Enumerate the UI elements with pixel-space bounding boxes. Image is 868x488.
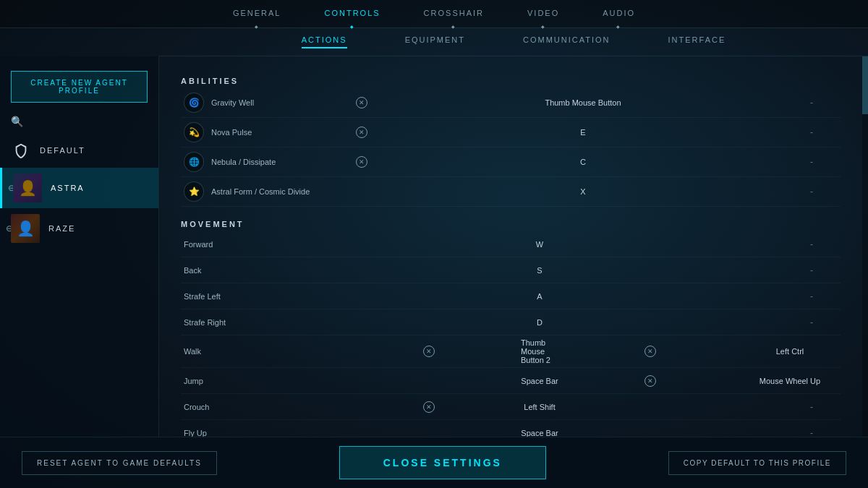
back-key2[interactable]: - [783, 262, 841, 278]
nav-general[interactable]: GENERAL [233, 9, 281, 22]
astra-profile-name: ASTRA [51, 184, 85, 192]
gravity-well-key1[interactable]: Thumb Mouse Button [383, 95, 783, 110]
nova-pulse-clear[interactable]: ✕ [340, 124, 383, 141]
nebula-name: 🌐 Nebula / Dissipate [181, 147, 340, 176]
movement-row-crouch: Crouch ✕ Left Shift - [181, 394, 841, 420]
astral-form-icon: ⭐ [184, 181, 204, 202]
ability-row-nebula: 🌐 Nebula / Dissipate ✕ C - [181, 147, 841, 177]
profile-item-raze[interactable]: ⊖ 👤 RAZE [0, 208, 158, 249]
clear-walk1-icon[interactable]: ✕ [423, 346, 435, 357]
crouch-name: Crouch [181, 398, 340, 416]
search-area[interactable]: 🔍 [0, 110, 158, 133]
strafe-right-name: Strafe Right [181, 314, 340, 331]
movement-row-walk: Walk ✕ Thumb Mouse Button 2 ✕ Left Ctrl [181, 335, 841, 368]
main-content: ABILITIES 🌀 Gravity Well ✕ Thumb Mouse B… [159, 56, 862, 437]
clear-crouch-icon[interactable]: ✕ [423, 401, 435, 413]
nova-pulse-key2[interactable]: - [783, 124, 841, 140]
astral-spacer [340, 189, 383, 194]
nebula-key1[interactable]: C [383, 155, 783, 169]
subnav-communication[interactable]: COMMUNICATION [523, 35, 610, 48]
crouch-key2[interactable]: - [783, 399, 841, 415]
subnav-equipment[interactable]: EQUIPMENT [405, 35, 465, 48]
crouch-key1[interactable]: Left Shift [518, 400, 561, 414]
close-settings-button[interactable]: CLOSE SETTINGS [339, 446, 546, 479]
jump-spacer [340, 378, 518, 384]
search-icon: 🔍 [11, 116, 23, 127]
fly-up-spacer2 [561, 430, 739, 436]
gravity-well-clear1[interactable]: ✕ [340, 94, 383, 111]
scrollbar-thumb[interactable] [862, 56, 868, 114]
forward-spacer1 [340, 241, 518, 247]
clear-nebula-icon[interactable]: ✕ [356, 156, 367, 168]
profile-list: DEFAULT ⊖ 👤 ASTRA ⊖ 👤 RAZE [0, 133, 158, 437]
astral-form-key2[interactable]: - [783, 184, 841, 200]
nav-audio[interactable]: AUDIO [603, 9, 635, 22]
jump-key2[interactable]: Mouse Wheel Up [739, 374, 841, 388]
walk-clear1[interactable]: ✕ [340, 343, 518, 360]
nova-pulse-name: 💫 Nova Pulse [181, 118, 340, 147]
forward-key2[interactable]: - [783, 236, 841, 252]
nebula-key2[interactable]: - [783, 154, 841, 170]
back-key1[interactable]: S [518, 263, 561, 278]
crouch-spacer [561, 404, 739, 410]
reset-agent-button[interactable]: RESET AGENT TO GAME DEFAULTS [22, 451, 217, 475]
profile-item-astra[interactable]: ⊖ 👤 ASTRA [0, 168, 158, 208]
nova-pulse-icon: 💫 [184, 122, 204, 142]
nav-controls[interactable]: CONTROLS [324, 9, 380, 22]
clear-gravity-well-icon[interactable]: ✕ [356, 97, 367, 108]
nebula-clear[interactable]: ✕ [340, 153, 383, 171]
walk-key1[interactable]: Thumb Mouse Button 2 [518, 335, 561, 367]
ability-row-nova-pulse: 💫 Nova Pulse ✕ E - [181, 118, 841, 147]
strafe-right-key2[interactable]: - [783, 314, 841, 330]
scrollbar-track[interactable] [862, 56, 868, 437]
profile-item-default[interactable]: DEFAULT [0, 133, 158, 168]
crouch-clear1[interactable]: ✕ [340, 398, 518, 416]
bottom-bar: RESET AGENT TO GAME DEFAULTS CLOSE SETTI… [0, 437, 868, 488]
back-spacer1 [340, 267, 518, 273]
default-profile-icon [11, 140, 31, 160]
movement-row-back: Back S - [181, 257, 841, 283]
fly-up-key2[interactable]: - [783, 425, 841, 437]
content-area: CREATE NEW AGENT PROFILE 🔍 DEFAULT [0, 56, 868, 437]
ability-row-gravity-well: 🌀 Gravity Well ✕ Thumb Mouse Button - [181, 88, 841, 118]
walk-key2[interactable]: Left Ctrl [739, 344, 841, 359]
strafe-left-name: Strafe Left [181, 288, 340, 305]
abilities-section-header: ABILITIES [181, 77, 841, 85]
gravity-well-name: 🌀 Gravity Well [181, 88, 340, 117]
strafe-right-key1[interactable]: D [518, 315, 561, 330]
raze-avatar: 👤 [11, 214, 40, 243]
copy-default-button[interactable]: COPY DEFAULT TO THIS PROFILE [668, 451, 846, 475]
jump-key1[interactable]: Space Bar [518, 374, 561, 388]
forward-spacer2 [561, 241, 739, 247]
forward-name: Forward [181, 236, 340, 253]
subnav-actions[interactable]: ACTIONS [302, 35, 347, 48]
create-profile-button[interactable]: CREATE NEW AGENT PROFILE [11, 71, 148, 103]
sub-nav: ACTIONS EQUIPMENT COMMUNICATION INTERFAC… [159, 28, 868, 56]
clear-nova-pulse-icon[interactable]: ✕ [356, 127, 367, 138]
strafe-left-key1[interactable]: A [518, 289, 561, 304]
gravity-well-icon: 🌀 [184, 93, 204, 113]
top-nav: GENERAL CONTROLS CROSSHAIR VIDEO AUDIO [0, 0, 868, 28]
clear-walk2-icon[interactable]: ✕ [644, 346, 656, 357]
jump-name: Jump [181, 372, 340, 390]
walk-clear2[interactable]: ✕ [561, 343, 739, 360]
ability-row-astral-form: ⭐ Astral Form / Cosmic Divide X - [181, 177, 841, 207]
nova-pulse-key1[interactable]: E [383, 125, 783, 140]
back-spacer2 [561, 267, 739, 273]
nav-crosshair[interactable]: CROSSHAIR [424, 9, 484, 22]
clear-jump2-icon[interactable]: ✕ [644, 375, 656, 387]
movement-row-strafe-right: Strafe Right D - [181, 309, 841, 335]
nav-video[interactable]: VIDEO [527, 9, 559, 22]
walk-name: Walk [181, 343, 340, 360]
astral-form-key1[interactable]: X [383, 184, 783, 199]
fly-up-key1[interactable]: Space Bar [518, 426, 561, 437]
forward-key1[interactable]: W [518, 237, 561, 252]
sr-spacer2 [561, 320, 739, 325]
subnav-interface[interactable]: INTERFACE [668, 35, 726, 48]
nebula-icon: 🌐 [184, 152, 204, 172]
astral-form-name: ⭐ Astral Form / Cosmic Divide [181, 177, 340, 206]
movement-row-forward: Forward W - [181, 231, 841, 257]
jump-clear2[interactable]: ✕ [561, 372, 739, 390]
gravity-well-key2[interactable]: - [783, 95, 841, 111]
strafe-left-key2[interactable]: - [783, 288, 841, 304]
